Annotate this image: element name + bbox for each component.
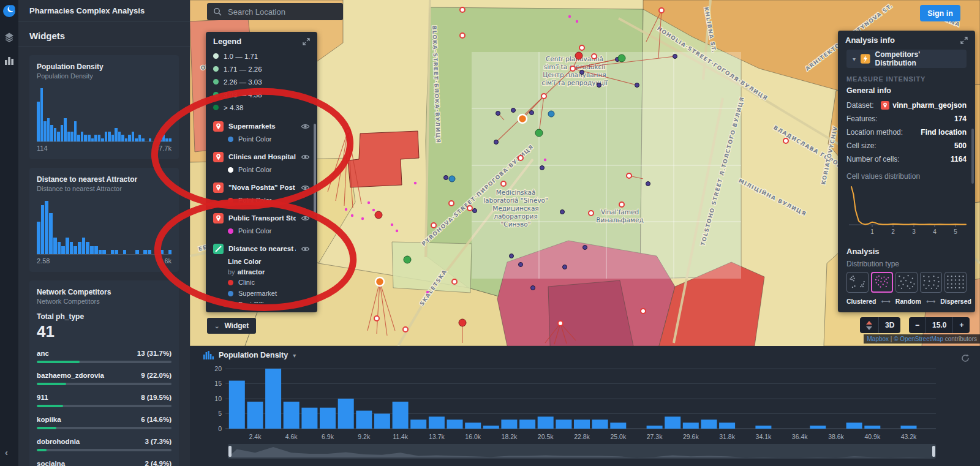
transport-stop-point[interactable] (496, 111, 500, 116)
pharmacy-point[interactable] (452, 279, 457, 284)
competitor-row[interactable]: socialna 2 (4.9%) (37, 460, 172, 466)
post-office-point[interactable] (535, 129, 543, 137)
transport-stop-point[interactable] (531, 286, 535, 290)
magenta-point[interactable] (345, 208, 347, 211)
distribution-option-selected[interactable] (871, 272, 893, 293)
post-office-point[interactable] (404, 256, 411, 263)
collapse-icon[interactable] (960, 37, 968, 44)
magenta-point[interactable] (396, 230, 398, 232)
pharmacy-point[interactable] (518, 156, 523, 160)
pharmacy-point[interactable] (460, 33, 465, 38)
distribution-option-random[interactable] (895, 272, 918, 293)
pharmacy-point[interactable] (403, 327, 408, 332)
pharmacy-point[interactable] (558, 321, 563, 326)
eye-icon[interactable] (301, 152, 310, 162)
legend-scrollbar[interactable] (314, 124, 316, 216)
legend-layer-row[interactable]: "Nova Poshta" Post O... (213, 180, 310, 195)
transport-stop-point[interactable] (560, 210, 565, 214)
pharmacy-point[interactable] (641, 309, 646, 314)
pharmacy-point[interactable] (783, 138, 788, 143)
competitor-row[interactable]: dobrohodnia 3 (7.3%) (37, 438, 172, 451)
distance-attractor-widget[interactable]: Distance to nearest Attractor Distance t… (29, 168, 179, 272)
pharmacy-point[interactable] (467, 206, 472, 211)
competitor-row[interactable]: anc 13 (31.7%) (37, 350, 172, 363)
transport-stop-point[interactable] (540, 166, 545, 170)
search-box[interactable] (207, 3, 343, 20)
magenta-point[interactable] (361, 217, 364, 220)
transport-stop-point[interactable] (673, 54, 677, 59)
pharmacy-point[interactable] (579, 45, 584, 50)
eye-icon[interactable] (301, 183, 310, 192)
pharmacy-point[interactable] (619, 202, 624, 207)
transport-stop-point[interactable] (597, 83, 601, 88)
pharmacy-point[interactable] (460, 7, 465, 12)
pharmacy-point[interactable] (592, 54, 597, 59)
clinic-point[interactable] (459, 319, 466, 326)
mapbox-link[interactable]: Mapbox (867, 336, 889, 342)
sidebar-collapse-button[interactable]: ‹ (5, 447, 8, 457)
network-competitors-widget[interactable]: Network Competitors Network Competitors … (29, 280, 179, 466)
magenta-point[interactable] (576, 20, 578, 23)
magenta-point[interactable] (372, 209, 375, 211)
population-density-widget[interactable]: Population Density Population Density 11… (29, 55, 179, 159)
magenta-point[interactable] (351, 214, 353, 217)
pharmacy-point[interactable] (374, 316, 379, 321)
transport-stop-point[interactable] (444, 176, 448, 180)
pharmacy-point[interactable] (627, 173, 631, 178)
transport-stop-point[interactable] (473, 209, 477, 213)
widget-toggle-button[interactable]: ⌄ Widget (207, 318, 256, 334)
magenta-point[interactable] (414, 182, 417, 184)
legend-layer-row[interactable]: Supermarkets (213, 119, 310, 133)
app-logo-icon[interactable] (2, 4, 16, 18)
competitor-row[interactable]: 911 8 (19.5%) (37, 394, 172, 407)
legend-layer-row[interactable]: Public Transport Stops (213, 211, 310, 225)
distance-mini-histogram[interactable] (37, 201, 172, 255)
eye-icon[interactable] (301, 244, 310, 254)
competitor-row[interactable]: kopiika 6 (14.6%) (37, 416, 172, 429)
analysis-selector[interactable]: ▾ Competitors' Distribution (846, 50, 967, 68)
population-density-mini-histogram[interactable] (37, 88, 172, 142)
charts-icon[interactable] (4, 55, 15, 66)
transport-stop-point[interactable] (511, 108, 516, 113)
transport-stop-point[interactable] (583, 246, 587, 250)
map-canvas[interactable]: BLOKA·STREET·БЛОКА·ВУЛИЦЯPYROHOVA·STREET… (190, 0, 980, 346)
tilt-control[interactable] (860, 317, 878, 333)
osm-link[interactable]: © OpenStreetMap (894, 336, 943, 342)
magenta-point[interactable] (544, 159, 546, 161)
analysis-scrollbar[interactable] (971, 129, 974, 184)
clinic-point[interactable] (575, 52, 582, 59)
magenta-point[interactable] (426, 291, 429, 293)
transport-stop-point[interactable] (510, 254, 514, 258)
sign-in-button[interactable]: Sign in (920, 5, 960, 21)
transport-stop-point[interactable] (646, 182, 650, 186)
magenta-point[interactable] (568, 15, 571, 18)
brush-handle-left[interactable] (228, 446, 232, 457)
transport-stop-point[interactable] (530, 111, 534, 115)
selected-point[interactable] (375, 277, 384, 286)
selected-point[interactable] (518, 115, 527, 123)
transport-stop-point[interactable] (494, 140, 499, 145)
pharmacy-point[interactable] (541, 94, 546, 99)
transport-stop-point[interactable] (635, 83, 639, 88)
mode-3d-button[interactable]: 3D (878, 317, 900, 333)
distribution-option-dispersed[interactable] (944, 272, 967, 293)
zoom-out-button[interactable]: − (909, 317, 925, 333)
post-office-point[interactable] (618, 54, 625, 62)
search-input[interactable] (227, 7, 331, 17)
supermarket-point[interactable] (449, 176, 455, 182)
eye-icon[interactable] (301, 122, 310, 131)
pharmacy-point[interactable] (570, 66, 575, 71)
transport-stop-point[interactable] (519, 263, 523, 267)
pharmacy-point[interactable] (431, 223, 436, 228)
pharmacy-point[interactable] (345, 129, 350, 133)
supermarket-point[interactable] (548, 111, 554, 117)
transport-stop-point[interactable] (563, 265, 567, 269)
zoom-in-button[interactable]: + (952, 317, 970, 333)
clinic-point[interactable] (375, 211, 382, 219)
eye-icon[interactable] (301, 214, 310, 223)
magenta-point[interactable] (391, 224, 393, 226)
competitor-row[interactable]: bazhaemo_zdorovia 9 (22.0%) (37, 372, 172, 385)
legend-layer-row[interactable]: Distance to nearest At... (213, 241, 310, 256)
brush-handle-right[interactable] (932, 446, 935, 457)
legend-layer-row[interactable]: Clinics and Hospitals (213, 149, 310, 164)
